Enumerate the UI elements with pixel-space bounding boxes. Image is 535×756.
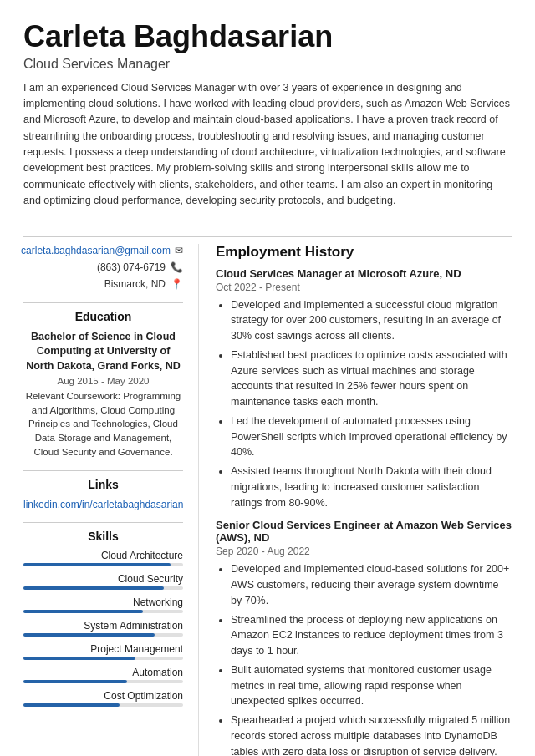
skill-label: Automation bbox=[23, 667, 183, 678]
job-title: Cloud Services Manager at Microsoft Azur… bbox=[216, 267, 512, 280]
skill-bar-fill bbox=[23, 610, 143, 613]
header-divider bbox=[23, 236, 512, 237]
skills-title: Skills bbox=[23, 530, 183, 543]
skill-bar-fill bbox=[23, 586, 164, 590]
phone-icon: 📞 bbox=[170, 261, 183, 274]
email-icon: ✉ bbox=[175, 244, 183, 257]
bullet-item: Developed and implemented cloud-based so… bbox=[231, 561, 512, 608]
skill-item: Cloud Architecture bbox=[23, 550, 183, 566]
skill-bar-fill bbox=[23, 680, 127, 683]
resume-container: Carleta Baghdasarian Cloud Services Mana… bbox=[0, 0, 535, 756]
employment-title: Employment History bbox=[216, 244, 512, 261]
links-section: Links linkedin.com/in/carletabaghdasaria… bbox=[23, 478, 183, 510]
skill-bar-fill bbox=[23, 703, 120, 707]
job-title: Senior Cloud Services Engineer at Amazon… bbox=[216, 519, 512, 544]
right-column: Employment History Cloud Services Manage… bbox=[199, 244, 512, 756]
contact-email-row: carleta.baghdasarian@gmail.com ✉ bbox=[23, 244, 183, 257]
location-icon: 📍 bbox=[170, 277, 183, 291]
edu-date: Aug 2015 - May 2020 bbox=[23, 376, 183, 386]
education-title: Education bbox=[23, 310, 183, 323]
contact-location-row: Bismarck, ND 📍 bbox=[23, 277, 183, 291]
skills-section: Skills Cloud Architecture Cloud Security… bbox=[23, 530, 183, 707]
contact-divider bbox=[23, 302, 183, 303]
job-bullets: Developed and implemented a successful c… bbox=[216, 297, 512, 511]
skill-bar-bg bbox=[23, 586, 183, 590]
left-column: carleta.baghdasarian@gmail.com ✉ (863) 0… bbox=[23, 244, 199, 756]
skill-bar-fill bbox=[23, 563, 171, 566]
two-col-layout: carleta.baghdasarian@gmail.com ✉ (863) 0… bbox=[23, 244, 512, 756]
skill-bar-bg bbox=[23, 657, 183, 660]
job-entry: Senior Cloud Services Engineer at Amazon… bbox=[216, 519, 512, 756]
bullet-item: Spearheaded a project which successfully… bbox=[231, 713, 512, 756]
bullet-item: Built automated systems that monitored c… bbox=[231, 662, 512, 709]
edu-coursework: Relevant Coursework: Programming and Alg… bbox=[23, 389, 183, 459]
skill-label: Cloud Architecture bbox=[23, 550, 183, 561]
skill-bar-bg bbox=[23, 563, 183, 566]
contact-section: carleta.baghdasarian@gmail.com ✉ (863) 0… bbox=[23, 244, 183, 291]
location-text: Bismarck, ND bbox=[104, 278, 166, 290]
bullet-item: Led the development of automated process… bbox=[231, 414, 512, 460]
job-date: Sep 2020 - Aug 2022 bbox=[216, 545, 512, 557]
header-section: Carleta Baghdasarian Cloud Services Mana… bbox=[23, 20, 512, 221]
job-bullets: Developed and implemented cloud-based so… bbox=[216, 561, 512, 756]
bullet-item: Streamlined the process of deploying new… bbox=[231, 612, 512, 659]
phone-text: (863) 074-6719 bbox=[97, 261, 166, 273]
job-entry: Cloud Services Manager at Microsoft Azur… bbox=[216, 267, 512, 511]
skill-label: Cost Optimization bbox=[23, 690, 183, 702]
links-divider bbox=[23, 522, 183, 523]
skill-label: Networking bbox=[23, 596, 183, 608]
skill-label: System Administration bbox=[23, 620, 183, 632]
coursework-label: Relevant Coursework: bbox=[26, 391, 120, 401]
skill-bar-fill bbox=[23, 657, 135, 660]
candidate-name: Carleta Baghdasarian bbox=[23, 20, 512, 53]
skill-bar-bg bbox=[23, 703, 183, 707]
job-date: Oct 2022 - Present bbox=[216, 282, 512, 293]
employment-section: Employment History Cloud Services Manage… bbox=[216, 244, 512, 756]
skill-label: Cloud Security bbox=[23, 573, 183, 585]
links-title: Links bbox=[23, 478, 183, 491]
skills-list: Cloud Architecture Cloud Security Networ… bbox=[23, 550, 183, 707]
candidate-title: Cloud Services Manager bbox=[23, 57, 512, 72]
skill-bar-fill bbox=[23, 633, 155, 637]
skill-item: Cloud Security bbox=[23, 573, 183, 590]
skill-item: Automation bbox=[23, 667, 183, 683]
jobs-list: Cloud Services Manager at Microsoft Azur… bbox=[216, 267, 512, 756]
bullet-item: Established best practices to optimize c… bbox=[231, 348, 512, 410]
email-link[interactable]: carleta.baghdasarian@gmail.com bbox=[21, 245, 171, 256]
skill-item: Cost Optimization bbox=[23, 690, 183, 707]
edu-degree: Bachelor of Science in Cloud Computing a… bbox=[23, 330, 183, 374]
edu-divider bbox=[23, 470, 183, 471]
skill-item: Networking bbox=[23, 596, 183, 613]
skill-bar-bg bbox=[23, 680, 183, 683]
skill-bar-bg bbox=[23, 610, 183, 613]
linkedin-link[interactable]: linkedin.com/in/carletabaghdasarian bbox=[23, 499, 183, 510]
bullet-item: Assisted teams throughout North Dakota w… bbox=[231, 464, 512, 510]
skill-label: Project Management bbox=[23, 643, 183, 655]
bullet-item: Developed and implemented a successful c… bbox=[231, 297, 512, 344]
skill-item: Project Management bbox=[23, 643, 183, 660]
skill-item: System Administration bbox=[23, 620, 183, 637]
contact-phone-row: (863) 074-6719 📞 bbox=[23, 261, 183, 274]
skill-bar-bg bbox=[23, 633, 183, 637]
candidate-summary: I am an experienced Cloud Services Manag… bbox=[23, 80, 512, 210]
education-section: Education Bachelor of Science in Cloud C… bbox=[23, 310, 183, 459]
